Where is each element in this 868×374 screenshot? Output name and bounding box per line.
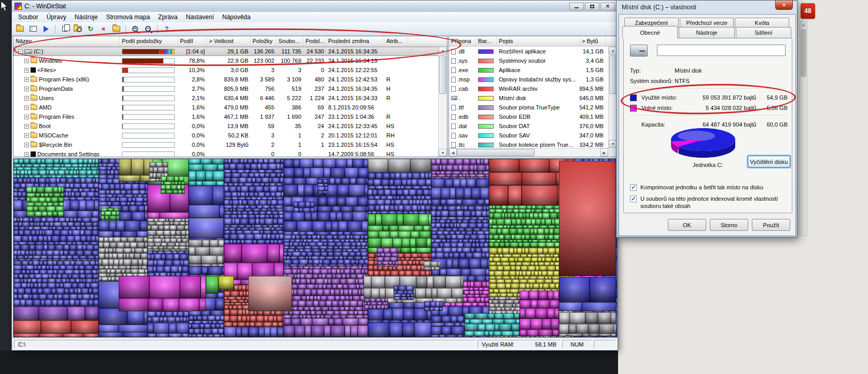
scroll-up-icon[interactable]: ▲ xyxy=(439,47,447,54)
resume-icon[interactable] xyxy=(40,23,52,34)
ext-column-header[interactable]: > Bytů xyxy=(580,36,606,46)
zoom-in-icon[interactable]: + xyxy=(129,23,141,34)
scroll-up-icon[interactable]: ▲ xyxy=(800,21,807,28)
expand-toggle[interactable]: + xyxy=(24,68,29,73)
dialog-tab-back-1[interactable]: Předchozí verze xyxy=(680,18,734,28)
compress-checkbox-row[interactable]: Komprimovat jednotku a šetřit tak místo … xyxy=(630,184,792,191)
tree-column-header[interactable]: Položky xyxy=(250,36,276,46)
expand-toggle[interactable]: + xyxy=(24,133,29,138)
scrollbar-thumb[interactable] xyxy=(801,29,806,77)
tree-column-header[interactable]: Atrib... xyxy=(384,36,408,46)
expand-toggle[interactable]: + xyxy=(24,143,29,147)
tree-column-header[interactable]: Poslední změna xyxy=(326,36,384,46)
scrollbar-thumb[interactable] xyxy=(439,56,446,94)
tree-row[interactable]: +$Recycle.Bin0,0%129 Bytů21123.1.2015 16… xyxy=(13,140,447,149)
extension-row[interactable]: .savSoubor SAV347,0 MB xyxy=(449,131,617,140)
copy-icon[interactable] xyxy=(59,23,71,34)
treemap-canvas[interactable] xyxy=(13,159,617,337)
podil-cell: 0,0% xyxy=(178,149,207,157)
extension-row[interactable]: .edbSoubor EDB409,1 MB xyxy=(449,112,617,121)
menu-item-1[interactable]: Úpravy xyxy=(43,12,71,22)
titlebar[interactable]: C: - WinDirStat × xyxy=(12,1,618,12)
open-icon[interactable] xyxy=(14,23,26,34)
menu-item-2[interactable]: Nástroje xyxy=(71,12,102,22)
expand-toggle[interactable]: + xyxy=(24,96,29,101)
ok-button[interactable]: OK xyxy=(668,219,706,231)
menu-item-5[interactable]: Nastavení xyxy=(181,12,218,22)
menu-item-4[interactable]: Zpráva xyxy=(154,12,181,22)
menu-item-3[interactable]: Stromová mapa xyxy=(102,12,154,22)
tree-vertical-scrollbar[interactable]: ▲ ▼ xyxy=(438,47,447,157)
extension-row[interactable]: .sysSystémový soubor3,4 GB xyxy=(449,56,617,65)
delete-icon[interactable]: × xyxy=(97,23,109,34)
dialog-tab-back-2[interactable]: Kvóta xyxy=(735,18,789,28)
cancel-button[interactable]: Storno xyxy=(710,219,748,231)
ext-column-header[interactable]: Bar... xyxy=(476,36,497,46)
tree-row[interactable]: +<Files>10,3%3,0 GB33024.1.2015 12:22:55 xyxy=(13,65,447,75)
extension-row[interactable]: .exeAplikace1,5 GB xyxy=(449,65,617,75)
scroll-down-icon[interactable]: ▼ xyxy=(439,149,447,157)
background-scrollbar[interactable]: ▲ xyxy=(800,21,807,236)
layout-icon[interactable] xyxy=(27,23,39,34)
tree-row[interactable]: +ProgramData2,7%805,9 MB75651923724.1.20… xyxy=(13,84,447,93)
dialog-tab-front-2[interactable]: Sdílení xyxy=(736,27,791,38)
minimize-button[interactable] xyxy=(569,3,584,10)
expand-toggle[interactable]: + xyxy=(24,105,29,110)
ext-column-header[interactable]: Přípona xyxy=(449,36,476,46)
tree-column-header[interactable]: Podíl podsložky xyxy=(120,36,178,46)
tree-column-header[interactable]: Podsl... xyxy=(303,36,326,46)
checkbox-checked-icon[interactable] xyxy=(630,184,637,191)
index-checkbox-row[interactable]: U souborů na této jednotce indexovat kro… xyxy=(630,196,792,210)
tree-column-header[interactable]: Název xyxy=(13,36,120,46)
maximize-button[interactable] xyxy=(585,3,599,10)
tree-column-header[interactable]: > Velikost xyxy=(207,36,250,46)
checkbox-checked-icon[interactable] xyxy=(630,196,637,202)
extension-row[interactable]: .ttfSoubor písma TrueType541,2 MB xyxy=(449,103,617,112)
scrollbar-thumb[interactable] xyxy=(457,149,535,156)
menu-item-0[interactable]: Soubor xyxy=(14,12,43,22)
scroll-left-icon[interactable]: ◀ xyxy=(449,148,457,157)
ext-column-header[interactable]: Popis xyxy=(497,36,580,46)
zoom-out-icon[interactable]: − xyxy=(142,23,154,34)
dialog-tab-front-0[interactable]: Obecné xyxy=(622,26,678,38)
extension-row[interactable]: .Místní disk645,0 MB xyxy=(449,93,617,103)
expand-toggle[interactable]: + xyxy=(24,59,29,63)
extension-row[interactable]: .dllRozšíření aplikace14,1 GB xyxy=(449,47,617,56)
expand-toggle[interactable]: + xyxy=(24,87,29,91)
extension-row[interactable]: .datSoubor DAT376,0 MB xyxy=(449,121,617,131)
extension-row[interactable]: .mspOpravy Instalační služby sys...1,3 G… xyxy=(449,75,617,84)
scroll-right-icon[interactable]: ▶ xyxy=(600,148,608,157)
dialog-titlebar[interactable]: Místní disk (C:) – vlastnosti xyxy=(617,1,797,13)
scrollbar-thumb[interactable] xyxy=(609,56,617,94)
tree-row[interactable]: −(C:)[1:04 s]29,1 GB136 265111 73524 530… xyxy=(13,47,447,56)
tree-row[interactable]: +Windows78,8%22,9 GB123 002100 76922 233… xyxy=(13,56,447,65)
tree-row[interactable]: +AMD1,6%479,0 MB455386698.1.2015 20:09:5… xyxy=(13,103,447,112)
tree-row[interactable]: +Boot0,0%13,9 MB59352424.1.2015 12:33:45… xyxy=(13,121,447,131)
help-icon[interactable]: ? xyxy=(161,23,173,34)
apply-button[interactable]: Použít xyxy=(752,219,790,231)
explorer-icon[interactable] xyxy=(72,23,83,34)
ext-horizontal-scrollbar[interactable]: ◀ ▶ xyxy=(449,148,608,157)
expand-toggle[interactable]: + xyxy=(24,152,29,157)
close-button[interactable]: × xyxy=(600,3,615,10)
expand-toggle[interactable]: + xyxy=(24,115,29,119)
expand-toggle[interactable]: + xyxy=(24,124,29,129)
dialog-tab-front-1[interactable]: Nástroje xyxy=(679,27,734,38)
tree-column-header[interactable]: Podíl xyxy=(178,36,207,46)
expand-toggle[interactable]: − xyxy=(18,49,23,54)
tree-row[interactable]: +Users2,1%630,4 MB6 4465 2221 22424.1.20… xyxy=(13,93,447,103)
tree-row[interactable]: +Documents and Settings0,0%0014.7.2009 5… xyxy=(13,149,447,157)
disk-cleanup-button[interactable]: Vyčištění disku xyxy=(748,156,790,168)
refresh-icon[interactable]: ↻ xyxy=(85,23,96,34)
tree-row[interactable]: +MSOCache0,0%50,2 KB31220.1.2015 12:12:0… xyxy=(13,131,447,140)
tree-row[interactable]: +Program Files (x86)2,8%839,8 MB3 5893 1… xyxy=(13,75,447,84)
tree-row[interactable]: +Program Files1,6%467,1 MB1 9371 6902472… xyxy=(13,112,447,121)
extension-row[interactable]: .cabWinRAR archiv894,5 MB xyxy=(449,84,617,93)
expand-toggle[interactable]: + xyxy=(24,77,29,82)
menu-item-6[interactable]: Nápověda xyxy=(218,12,255,22)
tree-column-header[interactable]: Soubo... xyxy=(276,36,303,46)
volume-label-input[interactable] xyxy=(657,45,786,56)
dialog-close-button[interactable]: × xyxy=(775,1,793,10)
notification-badge[interactable]: 48 xyxy=(801,3,815,19)
folder-icon[interactable] xyxy=(110,23,122,34)
